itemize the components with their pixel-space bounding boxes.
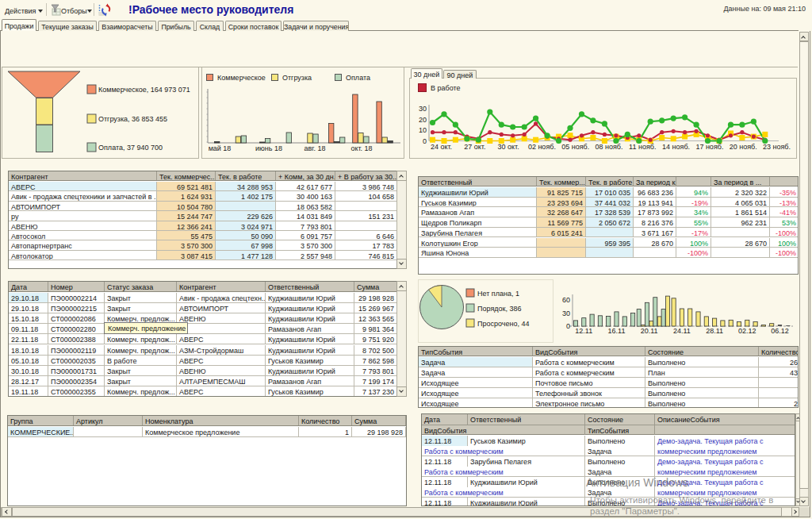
- svg-text:24 окт.: 24 окт.: [431, 143, 452, 151]
- svg-text:02.12: 02.12: [738, 327, 756, 335]
- svg-text:12.11: 12.11: [575, 327, 592, 335]
- svg-text:20: 20: [419, 116, 427, 124]
- svg-text:30: 30: [419, 105, 427, 113]
- svg-text:06.12: 06.12: [771, 327, 789, 335]
- svg-text:08 нояб.: 08 нояб.: [595, 143, 622, 151]
- svg-text:11 нояб.: 11 нояб.: [629, 143, 656, 151]
- svg-text:30 окт.: 30 окт.: [498, 143, 519, 151]
- svg-text:20 нояб.: 20 нояб.: [730, 143, 757, 151]
- svg-text:27 окт.: 27 окт.: [464, 143, 485, 151]
- svg-text:0: 0: [566, 322, 570, 330]
- svg-text:июнь 18: июнь 18: [255, 144, 282, 152]
- svg-text:май 18: май 18: [209, 144, 232, 152]
- svg-text:28.11: 28.11: [706, 327, 723, 335]
- svg-text:14 нояб.: 14 нояб.: [662, 143, 690, 151]
- svg-text:23 нояб.: 23 нояб.: [763, 143, 791, 151]
- svg-text:окт. 18: окт. 18: [350, 144, 372, 152]
- svg-text:авг. 18: авг. 18: [304, 144, 326, 152]
- svg-text:60: 60: [562, 296, 570, 304]
- svg-text:02 нояб.: 02 нояб.: [528, 143, 556, 151]
- svg-text:24.11: 24.11: [673, 327, 691, 335]
- svg-text:0: 0: [423, 137, 427, 145]
- svg-text:30: 30: [562, 309, 570, 317]
- svg-text:20.11: 20.11: [641, 327, 658, 335]
- svg-text:10: 10: [419, 126, 427, 134]
- svg-text:16.11: 16.11: [608, 327, 626, 335]
- svg-text:05 нояб.: 05 нояб.: [561, 143, 589, 151]
- svg-text:17 нояб.: 17 нояб.: [695, 143, 723, 151]
